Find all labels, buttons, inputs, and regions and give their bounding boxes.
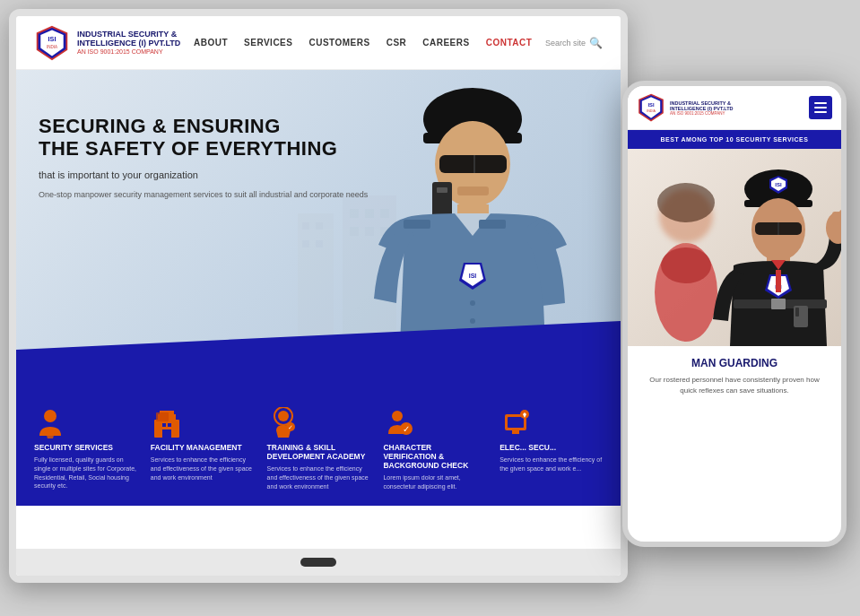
mobile-iso-text: AN ISO 9001:2015 COMPANY [670, 111, 733, 116]
service-item-5: ELEC... SECU... Services to enhance the … [499, 407, 603, 491]
hamburger-line-1 [814, 102, 827, 104]
mobile-logo-text: INDUSTRIAL SECURITY & INTELLIGENCE (I) P… [670, 100, 733, 116]
svg-rect-29 [479, 220, 506, 229]
iso-text: AN ISO 9001:2015 COMPANY [77, 48, 180, 56]
hero-subtitle: that is important to your organization [39, 169, 368, 180]
desktop-mockup: ISI INDIA INDUSTRIAL SECURITY & INTELLIG… [9, 9, 628, 583]
nav-customers[interactable]: CUSTOMERS [308, 38, 369, 48]
facility-management-icon [151, 407, 183, 439]
mobile-banner: BEST AMONG TOP 10 SECURITY SERVICES [628, 130, 841, 149]
svg-rect-40 [162, 423, 166, 427]
hamburger-line-2 [814, 107, 827, 108]
svg-rect-9 [302, 222, 309, 230]
service-1-desc: Fully licensed, quality guards on single… [34, 455, 137, 490]
service-item-1: SECURITY SERVICES Fully licensed, qualit… [34, 407, 137, 491]
hero-section: ISI SECURING & ENSURING THE SAFETY OF EV… [16, 70, 621, 393]
desktop-header: ISI INDIA INDUSTRIAL SECURITY & INTELLIG… [16, 16, 621, 70]
character-verification-icon: ✓ [383, 407, 415, 439]
nav-services[interactable]: SERVICES [244, 38, 292, 48]
hamburger-line-3 [814, 111, 827, 113]
svg-rect-75 [839, 210, 841, 226]
svg-rect-28 [404, 220, 430, 229]
svg-rect-24 [457, 187, 489, 195]
service-item-3: ✓ TRAINING & SKILL DEVELOPMENT ACADEMY S… [267, 407, 370, 491]
svg-rect-80 [795, 308, 799, 317]
service-item-2: FACILITY MANAGEMENT Services to enhance … [151, 407, 254, 491]
search-area[interactable]: Search site 🔍 [545, 37, 603, 49]
svg-text:INDIA: INDIA [47, 45, 58, 49]
svg-rect-22 [439, 155, 507, 173]
svg-rect-74 [832, 212, 838, 226]
training-icon: ✓ [267, 407, 300, 439]
svg-point-34 [470, 318, 475, 324]
services-section: SECURITY SERVICES Fully licensed, qualit… [16, 393, 621, 506]
svg-text:ISI: ISI [469, 273, 477, 279]
electronic-security-icon [499, 407, 532, 439]
svg-text:✓: ✓ [403, 424, 410, 434]
svg-rect-11 [302, 240, 309, 247]
mobile-company-name: INDUSTRIAL SECURITY & INTELLIGENCE (I) P… [670, 100, 733, 111]
mobile-screen: ISI INDIA INDUSTRIAL SECURITY & INTELLIG… [628, 86, 841, 542]
hero-content: SECURING & ENSURING THE SAFETY OF EVERYT… [39, 115, 368, 201]
svg-point-62 [657, 183, 715, 222]
service-4-title: CHARACTER VERIFICATION & BACKGROUND CHEC… [383, 443, 486, 470]
svg-text:ISI: ISI [647, 102, 654, 108]
svg-text:INDIA: INDIA [647, 109, 656, 113]
desktop-screen: ISI INDIA INDUSTRIAL SECURITY & INTELLIG… [16, 16, 621, 576]
nav-csr[interactable]: CSR [387, 38, 407, 48]
svg-text:ISI: ISI [48, 35, 56, 43]
isi-logo-icon: ISI INDIA [34, 25, 70, 61]
security-services-icon [34, 407, 66, 439]
svg-rect-53 [512, 430, 519, 434]
mobile-isi-logo-icon: ISI INDIA [637, 93, 665, 122]
search-site-label: Search site [545, 39, 586, 48]
svg-rect-43 [156, 412, 169, 421]
mobile-guard-area: ISI [628, 149, 841, 346]
svg-rect-52 [508, 417, 524, 428]
svg-point-36 [44, 410, 56, 422]
hero-description: One-stop manpower security management se… [39, 189, 368, 202]
service-item-4: ✓ CHARACTER VERIFICATION & BACKGROUND CH… [383, 407, 486, 491]
service-4-desc: Lorem ipsum dolor sit amet, consectetur … [383, 473, 486, 491]
nav-careers[interactable]: CAREERS [422, 38, 469, 48]
hamburger-menu[interactable] [809, 96, 832, 119]
svg-rect-78 [771, 299, 786, 309]
nav-contact[interactable]: CONTACT [486, 38, 533, 48]
svg-rect-41 [168, 423, 171, 427]
svg-rect-26 [437, 187, 447, 193]
mobile-logo: ISI INDIA INDUSTRIAL SECURITY & INTELLIG… [637, 93, 733, 122]
mobile-mockup: ISI INDIA INDUSTRIAL SECURITY & INTELLIG… [622, 81, 847, 547]
mobile-text-section: MAN GUARDING Our rostered personnel have… [628, 346, 841, 407]
desktop-home-button [300, 558, 336, 567]
mobile-banner-text: BEST AMONG TOP 10 SECURITY SERVICES [637, 136, 832, 143]
service-2-title: FACILITY MANAGEMENT [151, 443, 254, 452]
svg-text:ISI: ISI [775, 182, 782, 187]
service-5-title: ELEC... SECU... [499, 443, 603, 452]
mobile-header: ISI INDIA INDUSTRIAL SECURITY & INTELLIG… [628, 86, 841, 130]
service-5-desc: Services to enhance the efficiency of th… [499, 455, 603, 473]
mobile-service-title: MAN GUARDING [640, 357, 829, 369]
logo-text: INDUSTRIAL SECURITY & INTELLIGENCE (I) P… [77, 30, 180, 56]
svg-rect-42 [162, 429, 171, 438]
service-1-title: SECURITY SERVICES [34, 443, 137, 452]
hero-title: SECURING & ENSURING THE SAFETY OF EVERYT… [39, 115, 368, 161]
mobile-guard-scene: ISI [628, 149, 841, 346]
svg-point-48 [392, 411, 403, 421]
nav-bar: ABOUT SERVICES CUSTOMERS CSR CAREERS CON… [194, 38, 532, 48]
svg-point-63 [661, 247, 711, 283]
svg-rect-84 [776, 270, 781, 292]
search-icon[interactable]: 🔍 [589, 37, 603, 49]
desktop-bottom-bar [16, 549, 621, 576]
nav-about[interactable]: ABOUT [194, 38, 228, 48]
service-3-title: TRAINING & SKILL DEVELOPMENT ACADEMY [267, 443, 370, 461]
svg-point-44 [278, 411, 289, 421]
service-3-desc: Services to enhance the efficiency and e… [267, 464, 370, 490]
svg-text:✓: ✓ [288, 424, 293, 430]
svg-rect-10 [316, 222, 323, 230]
service-2-desc: Services to enhance the efficiency and e… [151, 455, 254, 482]
logo-area: ISI INDIA INDUSTRIAL SECURITY & INTELLIG… [34, 25, 180, 61]
company-name: INDUSTRIAL SECURITY & INTELLIGENCE (I) P… [77, 30, 180, 49]
mobile-service-desc: Our rostered personnel have consistently… [640, 375, 829, 396]
svg-rect-12 [316, 240, 323, 247]
svg-point-33 [470, 300, 475, 306]
